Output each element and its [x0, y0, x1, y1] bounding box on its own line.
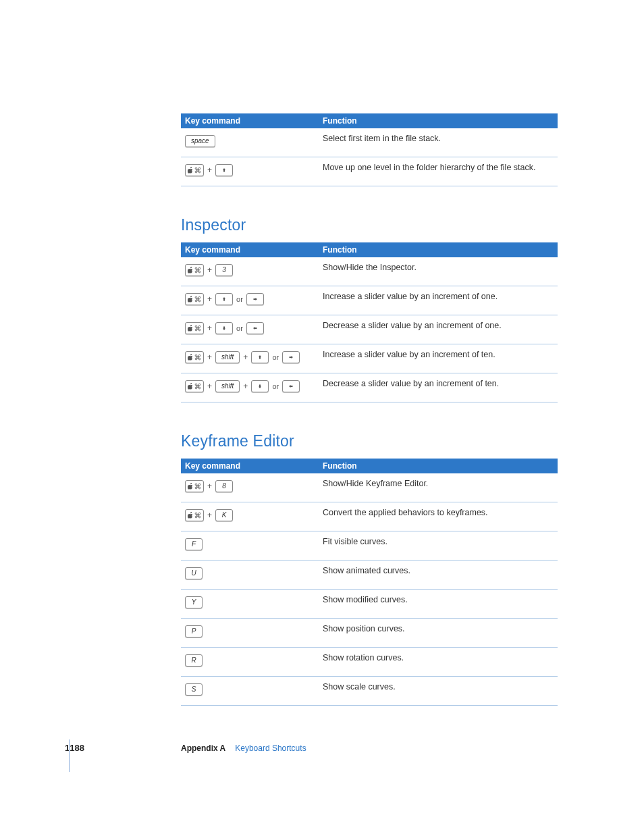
key-sequence: + — [185, 164, 315, 176]
key-sequence: F — [185, 538, 315, 550]
function-cell: Show/Hide the Inspector. — [319, 257, 558, 286]
key-8: 8 — [215, 480, 233, 492]
key-command-cell: +3 — [181, 257, 319, 286]
page-footer: 1188 Appendix A Keyboard Shortcuts — [0, 743, 644, 753]
function-cell: Decrease a slider value by an increment … — [319, 315, 558, 344]
key-command-cell: +8 — [181, 473, 319, 502]
command-key-icon — [185, 380, 204, 392]
table-row: +orDecrease a slider value by an increme… — [181, 315, 558, 344]
key-3: 3 — [215, 264, 233, 276]
key-u: U — [185, 567, 203, 579]
key-sequence: +8 — [185, 480, 315, 492]
footer-rule — [69, 739, 70, 772]
key-s: S — [185, 683, 203, 696]
column-header-key: Key command — [181, 459, 319, 473]
key-sequence: +shift+or — [185, 351, 315, 363]
plus-separator: + — [207, 294, 213, 304]
key-p: P — [185, 625, 203, 637]
function-cell: Increase a slider value by an increment … — [319, 344, 558, 373]
command-key-icon — [185, 480, 204, 492]
column-header-function: Function — [319, 113, 558, 128]
key-shift: shift — [215, 380, 240, 392]
command-key-icon — [185, 164, 204, 176]
arrow-up-key-icon — [215, 164, 233, 176]
key-command-cell: U — [181, 561, 319, 590]
table-row: +3Show/Hide the Inspector. — [181, 257, 558, 286]
function-cell: Show animated curves. — [319, 561, 558, 590]
arrow-left-key-icon — [282, 380, 300, 392]
shortcut-table: Key commandFunctionspaceSelect first ite… — [181, 113, 558, 186]
table-row: SShow scale curves. — [181, 677, 558, 706]
function-cell: Show/Hide Keyframe Editor. — [319, 473, 558, 502]
plus-separator: + — [207, 481, 213, 491]
plus-separator: + — [207, 165, 213, 175]
command-key-icon — [185, 293, 204, 305]
key-sequence: P — [185, 625, 315, 637]
function-cell: Move up one level in the folder hierarch… — [319, 157, 558, 186]
table-row: +KConvert the applied behaviors to keyfr… — [181, 502, 558, 531]
table-row: RShow rotation curves. — [181, 648, 558, 677]
key-command-cell: P — [181, 619, 319, 648]
table-row: UShow animated curves. — [181, 561, 558, 590]
column-header-key: Key command — [181, 242, 319, 257]
function-cell: Show rotation curves. — [319, 648, 558, 677]
plus-separator: + — [207, 353, 213, 362]
key-sequence: Y — [185, 596, 315, 608]
plus-separator: + — [207, 265, 213, 275]
command-key-icon — [185, 509, 204, 521]
column-header-key: Key command — [181, 113, 319, 128]
key-sequence: space — [185, 135, 315, 147]
page: Key commandFunctionspaceSelect first ite… — [0, 0, 644, 834]
command-key-icon — [185, 264, 204, 276]
function-cell: Show modified curves. — [319, 590, 558, 619]
function-cell: Convert the applied behaviors to keyfram… — [319, 502, 558, 531]
table-row: +shift+orIncrease a slider value by an i… — [181, 344, 558, 373]
key-y: Y — [185, 596, 203, 608]
or-separator: or — [271, 382, 279, 390]
key-command-cell: +or — [181, 286, 319, 315]
table-row: FFit visible curves. — [181, 531, 558, 561]
key-f: F — [185, 538, 203, 550]
or-separator: or — [271, 353, 279, 361]
key-command-cell: + — [181, 157, 319, 186]
section-heading: Keyframe Editor — [181, 432, 558, 450]
plus-separator: + — [207, 382, 213, 391]
key-shift: shift — [215, 351, 240, 363]
page-number: 1188 — [65, 743, 105, 753]
command-key-icon — [185, 351, 204, 363]
function-cell: Show scale curves. — [319, 677, 558, 706]
arrow-down-key-icon — [215, 322, 233, 334]
column-header-function: Function — [319, 242, 558, 257]
key-command-cell: +shift+or — [181, 344, 319, 373]
key-command-cell: space — [181, 128, 319, 157]
plus-separator: + — [242, 382, 248, 391]
table-row: PShow position curves. — [181, 619, 558, 648]
function-cell: Increase a slider value by an increment … — [319, 286, 558, 315]
key-k: K — [215, 509, 233, 521]
or-separator: or — [236, 295, 244, 303]
key-command-cell: +K — [181, 502, 319, 531]
key-command-cell: Y — [181, 590, 319, 619]
key-sequence: +K — [185, 509, 315, 521]
key-command-cell: +shift+or — [181, 373, 319, 402]
key-sequence: +or — [185, 322, 315, 334]
arrow-up-key-icon — [251, 351, 269, 363]
column-header-function: Function — [319, 459, 558, 473]
table-row: YShow modified curves. — [181, 590, 558, 619]
key-sequence: +3 — [185, 264, 315, 276]
arrow-right-key-icon — [246, 293, 264, 305]
function-cell: Decrease a slider value by an increment … — [319, 373, 558, 402]
table-row: +orIncrease a slider value by an increme… — [181, 286, 558, 315]
key-sequence: +shift+or — [185, 380, 315, 392]
function-cell: Show position curves. — [319, 619, 558, 648]
key-sequence: U — [185, 567, 315, 579]
shortcut-table: Key commandFunction+3Show/Hide the Inspe… — [181, 242, 558, 402]
appendix-label: Appendix A — [181, 744, 225, 753]
table-row: +Move up one level in the folder hierarc… — [181, 157, 558, 186]
key-sequence: S — [185, 683, 315, 696]
table-row: spaceSelect first item in the file stack… — [181, 128, 558, 157]
arrow-up-key-icon — [215, 293, 233, 305]
key-sequence: R — [185, 654, 315, 667]
plus-separator: + — [242, 353, 248, 362]
function-cell: Fit visible curves. — [319, 531, 558, 561]
